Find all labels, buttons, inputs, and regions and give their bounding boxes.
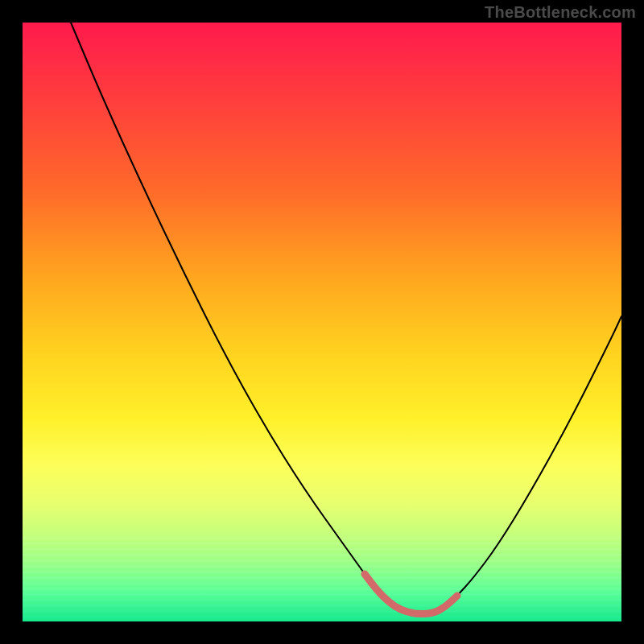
curve-layer [23,23,621,621]
watermark-text: TheBottleneck.com [485,3,636,22]
highlight-segment [365,574,457,614]
plot-area [23,23,621,621]
chart-frame: TheBottleneck.com [0,0,644,644]
bottleneck-curve [71,23,621,614]
